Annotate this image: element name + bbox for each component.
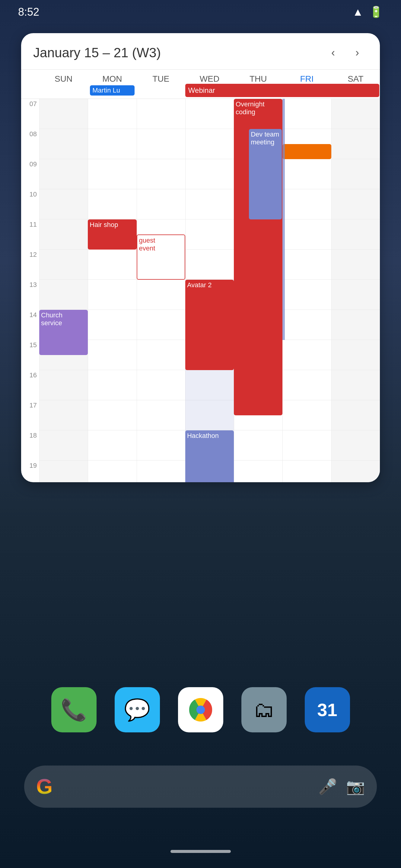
cell-07-day5[interactable] (282, 99, 331, 129)
lens-icon[interactable]: 📷 (346, 778, 365, 795)
cell-13-day1[interactable] (88, 280, 136, 310)
cell-12-day3[interactable] (185, 250, 234, 280)
event-guest-event[interactable]: guest event (137, 235, 185, 280)
cell-19-day0[interactable] (39, 461, 88, 482)
webinar-event[interactable]: Webinar (185, 84, 379, 97)
cell-13-day2[interactable] (137, 280, 185, 310)
home-indicator[interactable] (170, 850, 231, 853)
event-avatar-2[interactable]: Avatar 2 (185, 280, 234, 370)
dock-chrome[interactable] (178, 687, 223, 733)
calendar-card: January 15 – 21 (W3) ‹ › SUN MON Martin … (21, 33, 380, 482)
cell-18-day1[interactable] (88, 430, 136, 461)
event-5[interactable] (282, 99, 285, 340)
cell-11-day5[interactable] (282, 219, 331, 250)
dock-messages[interactable]: 💬 (115, 687, 160, 733)
cell-09-day5[interactable] (282, 159, 331, 189)
cell-14-day5[interactable] (282, 310, 331, 340)
dock-calendar-app[interactable]: 31 (305, 687, 350, 733)
cell-15-day2[interactable] (137, 340, 185, 370)
cell-19-day2[interactable] (137, 461, 185, 482)
row-10: 10 (21, 189, 380, 219)
cell-09-day3[interactable] (185, 159, 234, 189)
cell-15-day6[interactable] (331, 340, 380, 370)
next-button[interactable]: › (347, 42, 368, 63)
martin-lu-event[interactable]: Martin Lu (90, 85, 134, 96)
cell-09-day6[interactable] (331, 159, 380, 189)
prev-button[interactable]: ‹ (322, 42, 344, 63)
cell-09-day2[interactable] (137, 159, 185, 189)
cell-08-day0[interactable] (39, 129, 88, 159)
cell-19-day5[interactable] (282, 461, 331, 482)
event-5[interactable] (282, 144, 331, 159)
search-bar[interactable]: G 🎤 📷 (24, 766, 377, 808)
cell-09-day0[interactable] (39, 159, 88, 189)
cell-09-day1[interactable] (88, 159, 136, 189)
cell-15-day5[interactable] (282, 340, 331, 370)
cell-14-day6[interactable] (331, 310, 380, 340)
event-church-service[interactable]: Church service (39, 310, 88, 355)
cell-15-day1[interactable] (88, 340, 136, 370)
cell-12-day0[interactable] (39, 250, 88, 280)
cell-13-day6[interactable] (331, 280, 380, 310)
cell-18-day4[interactable] (234, 430, 282, 461)
mic-icon[interactable]: 🎤 (318, 778, 337, 795)
dock-phone[interactable]: 📞 (51, 687, 96, 733)
cell-07-day3[interactable] (185, 99, 234, 129)
dock-tasks[interactable]: 🗂 (241, 687, 287, 733)
cell-16-day5[interactable] (282, 370, 331, 400)
cell-10-day6[interactable] (331, 189, 380, 219)
row-17: 17 (21, 400, 380, 430)
cell-10-day5[interactable] (282, 189, 331, 219)
cell-11-day0[interactable] (39, 219, 88, 250)
event-hackathon[interactable]: Hackathon (185, 430, 234, 482)
cell-16-day2[interactable] (137, 370, 185, 400)
cell-13-day5[interactable] (282, 280, 331, 310)
cell-16-day0[interactable] (39, 370, 88, 400)
cell-10-day1[interactable] (88, 189, 136, 219)
cell-12-day5[interactable] (282, 250, 331, 280)
time-14: 14 (21, 310, 39, 340)
cell-11-day3[interactable] (185, 219, 234, 250)
status-bar: 8:52 ▲ 🔋 (0, 0, 401, 24)
cell-10-day3[interactable] (185, 189, 234, 219)
event-dev-team-meeting[interactable]: Dev team meeting (249, 129, 282, 219)
cell-13-day0[interactable] (39, 280, 88, 310)
cell-17-day6[interactable] (331, 400, 380, 430)
cell-12-day6[interactable] (331, 250, 380, 280)
cell-16-day1[interactable] (88, 370, 136, 400)
cell-17-day2[interactable] (137, 400, 185, 430)
cell-07-day1[interactable] (88, 99, 136, 129)
cell-07-day0[interactable] (39, 99, 88, 129)
cell-08-day6[interactable] (331, 129, 380, 159)
cell-18-day0[interactable] (39, 430, 88, 461)
wifi-icon: ▲ (352, 6, 363, 19)
cell-18-day5[interactable] (282, 430, 331, 461)
cell-08-day1[interactable] (88, 129, 136, 159)
event-hair-shop[interactable]: Hair shop (88, 219, 136, 250)
cell-08-day2[interactable] (137, 129, 185, 159)
cell-14-day1[interactable] (88, 310, 136, 340)
time-08: 08 (21, 129, 39, 159)
cell-16-day6[interactable] (331, 370, 380, 400)
cell-17-day3[interactable] (185, 400, 234, 430)
cell-10-day2[interactable] (137, 189, 185, 219)
cell-14-day2[interactable] (137, 310, 185, 340)
cell-07-day6[interactable] (331, 99, 380, 129)
cell-17-day5[interactable] (282, 400, 331, 430)
cell-17-day0[interactable] (39, 400, 88, 430)
cell-12-day1[interactable] (88, 250, 136, 280)
row-16: 16 (21, 370, 380, 400)
cell-17-day1[interactable] (88, 400, 136, 430)
row-07: 07 (21, 99, 380, 129)
cell-08-day3[interactable] (185, 129, 234, 159)
cell-18-day6[interactable] (331, 430, 380, 461)
cell-19-day1[interactable] (88, 461, 136, 482)
cell-18-day2[interactable] (137, 430, 185, 461)
cell-16-day3[interactable] (185, 370, 234, 400)
cell-07-day2[interactable] (137, 99, 185, 129)
cell-11-day6[interactable] (331, 219, 380, 250)
calendar-header: January 15 – 21 (W3) ‹ › (21, 33, 380, 70)
cell-10-day0[interactable] (39, 189, 88, 219)
cell-19-day6[interactable] (331, 461, 380, 482)
cell-19-day4[interactable] (234, 461, 282, 482)
